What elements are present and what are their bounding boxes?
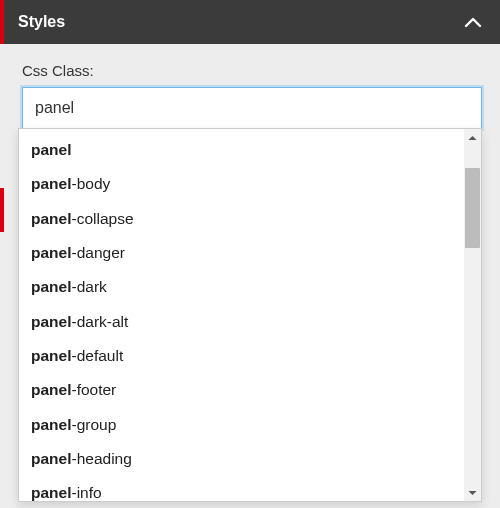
autocomplete-match: panel (31, 278, 71, 295)
autocomplete-item[interactable]: panel-info (19, 476, 464, 501)
autocomplete-item[interactable]: panel-body (19, 167, 464, 201)
autocomplete-suffix: -info (71, 484, 101, 501)
autocomplete-match: panel (31, 175, 71, 192)
autocomplete-item[interactable]: panel-dark-alt (19, 305, 464, 339)
autocomplete-suffix: -default (71, 347, 123, 364)
collapsed-section-accent (0, 188, 4, 232)
autocomplete-match: panel (31, 244, 71, 261)
autocomplete-match: panel (31, 484, 71, 501)
css-class-input[interactable] (22, 87, 482, 129)
scroll-thumb[interactable] (465, 168, 480, 248)
autocomplete-match: panel (31, 313, 71, 330)
autocomplete-match: panel (31, 381, 71, 398)
autocomplete-list[interactable]: panelpanel-bodypanel-collapsepanel-dange… (19, 129, 464, 501)
autocomplete-item[interactable]: panel-collapse (19, 202, 464, 236)
chevron-up-icon[interactable] (464, 16, 482, 28)
panel-title: Styles (18, 13, 65, 31)
autocomplete-item[interactable]: panel-default (19, 339, 464, 373)
autocomplete-item[interactable]: panel-danger (19, 236, 464, 270)
styles-panel: Styles Css Class: panelpanel-bodypanel-c… (0, 0, 500, 508)
autocomplete-suffix: -footer (71, 381, 116, 398)
autocomplete-match: panel (31, 450, 71, 467)
autocomplete-suffix: -danger (71, 244, 124, 261)
form-area: Css Class: (0, 44, 500, 139)
autocomplete-suffix: -body (71, 175, 110, 192)
autocomplete-item[interactable]: panel-group (19, 408, 464, 442)
autocomplete-suffix: -dark (71, 278, 106, 295)
scroll-track[interactable] (464, 146, 481, 484)
scroll-up-icon[interactable] (464, 129, 481, 146)
autocomplete-item[interactable]: panel-dark (19, 270, 464, 304)
autocomplete-match: panel (31, 416, 71, 433)
autocomplete-suffix: -group (71, 416, 116, 433)
autocomplete-suffix: -heading (71, 450, 131, 467)
scrollbar[interactable] (464, 129, 481, 501)
autocomplete-item[interactable]: panel-footer (19, 373, 464, 407)
autocomplete-match: panel (31, 210, 71, 227)
autocomplete-suffix: -collapse (71, 210, 133, 227)
autocomplete-suffix: -dark-alt (71, 313, 128, 330)
autocomplete-item[interactable]: panel (19, 133, 464, 167)
scroll-down-icon[interactable] (464, 484, 481, 501)
styles-panel-header[interactable]: Styles (0, 0, 500, 44)
autocomplete-match: panel (31, 141, 71, 158)
autocomplete-item[interactable]: panel-heading (19, 442, 464, 476)
autocomplete-match: panel (31, 347, 71, 364)
css-class-label: Css Class: (22, 62, 482, 79)
autocomplete-dropdown: panelpanel-bodypanel-collapsepanel-dange… (18, 128, 482, 502)
